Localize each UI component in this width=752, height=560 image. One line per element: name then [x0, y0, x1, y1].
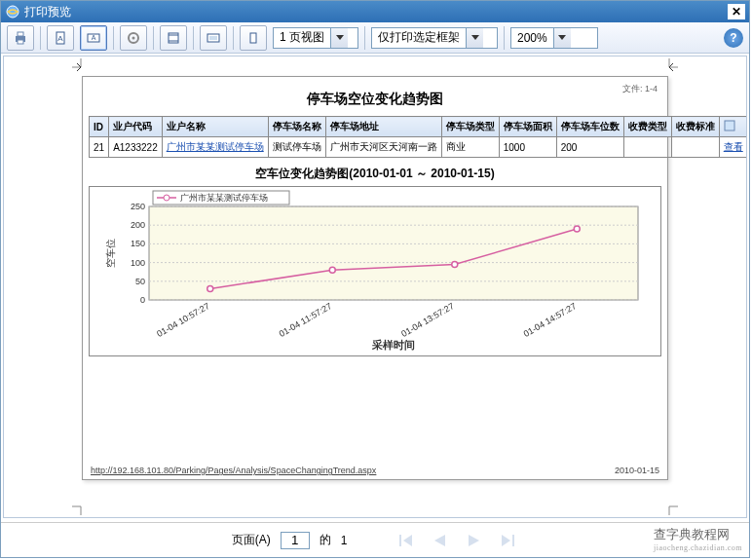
cell-type: 商业: [441, 137, 499, 158]
chart-title: 空车位变化趋势图(2010-01-01 ～ 2010-01-15): [89, 166, 661, 182]
svg-point-32: [329, 267, 335, 273]
cell-area: 1000: [499, 137, 556, 158]
svg-text:广州市某某测试停车场: 广州市某某测试停车场: [180, 193, 268, 203]
separator: [40, 26, 41, 50]
cell-name: 测试停车场: [268, 137, 325, 158]
help-button[interactable]: ?: [724, 28, 743, 48]
footer-url: http://192.168.101.80/Parking/Pages/Anal…: [91, 466, 376, 475]
print-button[interactable]: [7, 25, 34, 51]
data-table: ID 业户代码 业户名称 停车场名称 停车场地址 停车场类型 停车场面积 停车场…: [89, 116, 747, 158]
th-name: 停车场名称: [268, 117, 325, 137]
table-row: 21 A1233222 广州市某某测试停车场 测试停车场 广州市天河区天河南一路…: [90, 137, 748, 158]
pager-prev-button[interactable]: [429, 531, 452, 550]
th-id: ID: [90, 117, 109, 137]
separator: [113, 26, 114, 50]
svg-text:空车位: 空车位: [105, 239, 116, 268]
window-title: 打印预览: [24, 4, 71, 20]
margin-handle-bottom-left[interactable]: [72, 498, 90, 515]
svg-text:100: 100: [131, 258, 145, 268]
pager-last-button[interactable]: [495, 531, 518, 550]
svg-text:200: 200: [131, 220, 145, 230]
view-select[interactable]: 1 页视图: [273, 27, 358, 49]
svg-text:0: 0: [140, 295, 145, 305]
svg-point-31: [207, 285, 213, 291]
svg-text:A: A: [57, 34, 63, 43]
chart-svg: 050100150200250空车位01-04 10:57:2701-04 11…: [90, 187, 660, 353]
th-feestd: 收费标准: [671, 117, 719, 137]
full-width-button[interactable]: [200, 25, 227, 51]
chevron-down-icon: [553, 28, 571, 48]
pager: 页面(A) 的 1: [1, 522, 749, 557]
separator: [153, 26, 154, 50]
svg-text:01-04 13:57:27: 01-04 13:57:27: [399, 301, 455, 339]
chevron-down-icon: [330, 28, 348, 48]
portrait-button[interactable]: A: [47, 25, 74, 51]
view-select-label: 1 页视图: [274, 29, 330, 46]
th-feetype: 收费类型: [623, 117, 671, 137]
cell-spots: 200: [556, 137, 623, 158]
pager-label-of: 的: [320, 532, 331, 548]
preview-page: 文件: 1-4 停车场空位变化趋势图 ID 业户代码 业户名称 停车场名称 停车…: [82, 76, 668, 480]
print-preview-window: 打印预览 ✕ A A 1 页视图: [0, 0, 750, 558]
pager-next-button[interactable]: [462, 531, 485, 550]
separator: [193, 26, 194, 50]
th-code: 业户代码: [109, 117, 163, 137]
svg-text:01-04 14:57:27: 01-04 14:57:27: [522, 301, 578, 339]
pager-current-input[interactable]: [281, 532, 310, 549]
close-button[interactable]: ✕: [728, 4, 745, 19]
cell-view-link[interactable]: 查看: [719, 137, 747, 158]
th-owner: 业户名称: [162, 117, 268, 137]
svg-text:50: 50: [135, 277, 145, 286]
cell-code: A1233222: [109, 137, 163, 158]
cell-address: 广州市天河区天河南一路: [325, 137, 441, 158]
svg-text:250: 250: [131, 202, 145, 211]
svg-rect-15: [250, 33, 256, 43]
margin-handle-top-left[interactable]: [72, 58, 90, 76]
cell-owner-link[interactable]: 广州市某某测试停车场: [162, 137, 268, 158]
cell-id: 21: [90, 137, 109, 158]
svg-rect-17: [149, 206, 638, 300]
th-area: 停车场面积: [499, 117, 556, 137]
preview-viewport: 文件: 1-4 停车场空位变化趋势图 ID 业户代码 业户名称 停车场名称 停车…: [3, 56, 747, 518]
pager-label-page: 页面(A): [232, 532, 271, 548]
zoom-select[interactable]: 200%: [510, 27, 598, 49]
frame-select[interactable]: 仅打印选定框架: [371, 27, 498, 49]
svg-point-34: [574, 226, 580, 232]
header-footer-button[interactable]: [160, 25, 187, 51]
svg-point-42: [164, 195, 169, 201]
svg-rect-16: [725, 121, 734, 131]
svg-text:01-04 10:57:27: 01-04 10:57:27: [155, 301, 210, 339]
page-notice: 文件: 1-4: [622, 83, 658, 95]
separator: [504, 26, 505, 50]
one-page-button[interactable]: [240, 25, 267, 51]
svg-text:150: 150: [131, 239, 145, 248]
pager-first-button[interactable]: [395, 531, 419, 550]
frame-select-label: 仅打印选定框架: [372, 29, 466, 46]
margin-handle-bottom-right[interactable]: [660, 498, 678, 515]
cell-feestd: [671, 137, 719, 158]
separator: [364, 26, 365, 50]
landscape-button[interactable]: A: [80, 25, 107, 51]
th-spots: 停车场车位数: [556, 117, 623, 137]
svg-text:01-04 11:57:27: 01-04 11:57:27: [278, 301, 333, 339]
toolbar: A A 1 页视图 仅打印选定框架 200%: [1, 22, 749, 54]
margin-handle-top-right[interactable]: [660, 58, 678, 76]
th-address: 停车场地址: [325, 117, 441, 137]
zoom-select-label: 200%: [511, 31, 553, 45]
chevron-down-icon: [466, 28, 483, 48]
pager-total: 1: [341, 534, 348, 547]
svg-point-33: [452, 262, 458, 268]
svg-rect-14: [209, 36, 217, 40]
footer-date: 2010-01-15: [615, 466, 659, 475]
page-area: 文件: 1-4 停车场空位变化趋势图 ID 业户代码 业户名称 停车场名称 停车…: [4, 56, 746, 517]
svg-rect-44: [399, 535, 401, 546]
ie-icon: [5, 4, 20, 19]
svg-text:采样时间: 采样时间: [371, 339, 415, 351]
chart: 050100150200250空车位01-04 10:57:2701-04 11…: [89, 186, 661, 356]
separator: [233, 26, 234, 50]
svg-point-9: [132, 36, 135, 39]
svg-rect-3: [18, 40, 23, 44]
page-title: 停车场空位变化趋势图: [89, 83, 661, 116]
page-setup-button[interactable]: [120, 25, 147, 51]
svg-text:A: A: [92, 34, 96, 41]
